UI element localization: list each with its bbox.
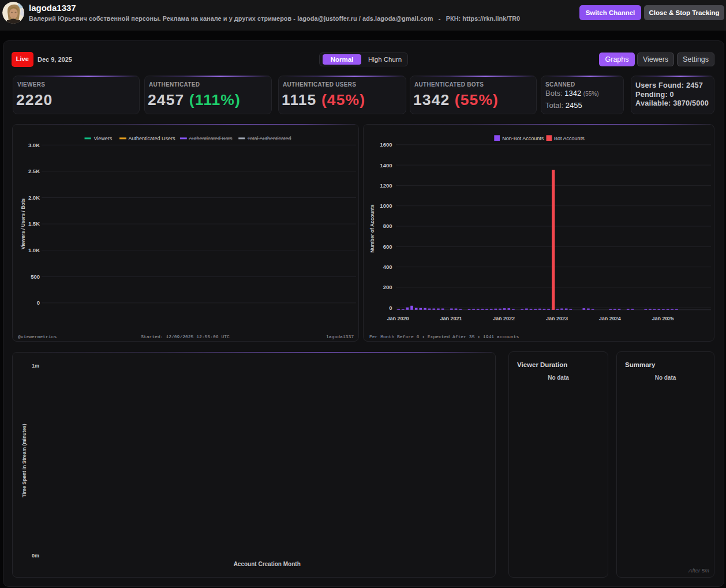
svg-text:0: 0 [389, 305, 392, 311]
svg-text:Viewers / Users / Bots: Viewers / Users / Bots [20, 198, 26, 249]
svg-text:Jan 2024: Jan 2024 [599, 316, 621, 321]
svg-text:lagoda1337: lagoda1337 [326, 334, 354, 339]
svg-text:Per Month Before 6 • Expected: Per Month Before 6 • Expected After 35 •… [369, 334, 519, 339]
svg-text:0: 0 [37, 299, 40, 306]
svg-text:Total Authenticated: Total Authenticated [248, 136, 291, 141]
svg-text:2.0K: 2.0K [28, 194, 40, 201]
svg-text:Account Creation Month: Account Creation Month [234, 561, 301, 567]
svg-text:Authenticated Bots: Authenticated Bots [189, 136, 233, 141]
svg-text:1m: 1m [32, 363, 39, 369]
svg-text:Jan 2020: Jan 2020 [387, 316, 409, 321]
svg-text:400: 400 [383, 264, 392, 270]
svg-text:1.0K: 1.0K [28, 247, 40, 253]
svg-text:Started: 12/09/2025 12:55:06 U: Started: 12/09/2025 12:55:06 UTC [141, 334, 230, 339]
svg-text:Jan 2025: Jan 2025 [652, 316, 673, 321]
svg-text:1200: 1200 [380, 182, 392, 189]
svg-text:Jan 2023: Jan 2023 [546, 316, 568, 321]
svg-text:1000: 1000 [380, 203, 392, 209]
svg-text:800: 800 [383, 223, 392, 229]
svg-text:@viewermetrics: @viewermetrics [18, 334, 57, 339]
svg-text:500: 500 [31, 274, 40, 280]
svg-text:Viewers: Viewers [94, 136, 113, 141]
svg-text:2.5K: 2.5K [28, 168, 40, 174]
svg-text:Non-Bot Accounts: Non-Bot Accounts [502, 136, 544, 141]
svg-text:1400: 1400 [380, 162, 392, 168]
svg-text:Authenticated Users: Authenticated Users [129, 136, 176, 141]
svg-text:0m: 0m [32, 553, 39, 559]
svg-text:Jan 2021: Jan 2021 [440, 316, 462, 321]
svg-text:1.5K: 1.5K [28, 220, 40, 227]
svg-text:Time Spent in Stream (minutes): Time Spent in Stream (minutes) [21, 424, 27, 497]
svg-text:3.0K: 3.0K [28, 142, 40, 148]
svg-text:Number of Accounts: Number of Accounts [369, 204, 375, 253]
svg-text:200: 200 [383, 284, 392, 290]
svg-text:1600: 1600 [380, 141, 392, 148]
svg-text:600: 600 [383, 244, 392, 250]
svg-text:Jan 2022: Jan 2022 [493, 316, 515, 321]
svg-text:Bot Accounts: Bot Accounts [554, 136, 585, 141]
